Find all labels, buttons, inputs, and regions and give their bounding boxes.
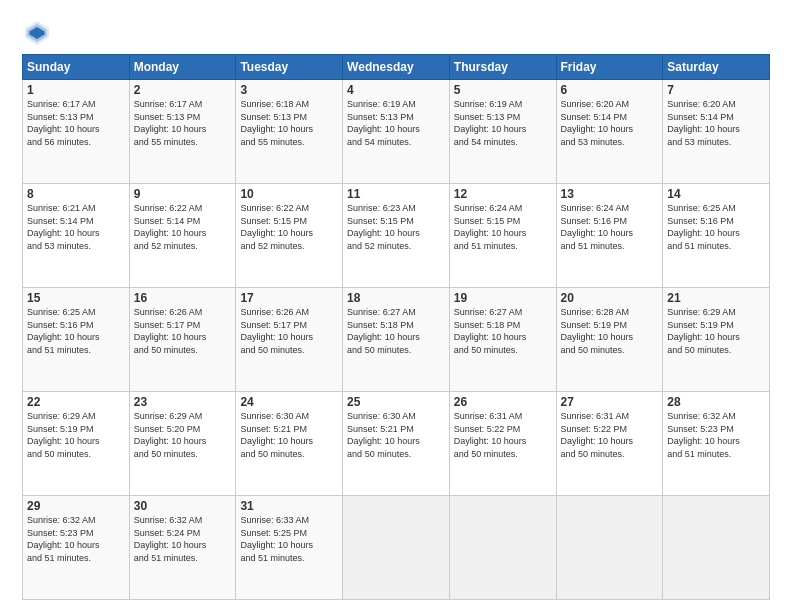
calendar-cell bbox=[449, 496, 556, 600]
calendar-cell: 25 Sunrise: 6:30 AM Sunset: 5:21 PM Dayl… bbox=[343, 392, 450, 496]
day-number: 25 bbox=[347, 395, 445, 409]
calendar-cell: 6 Sunrise: 6:20 AM Sunset: 5:14 PM Dayli… bbox=[556, 80, 663, 184]
day-content: Sunrise: 6:17 AM Sunset: 5:13 PM Dayligh… bbox=[134, 98, 232, 148]
day-content: Sunrise: 6:20 AM Sunset: 5:14 PM Dayligh… bbox=[561, 98, 659, 148]
day-number: 5 bbox=[454, 83, 552, 97]
calendar-cell: 13 Sunrise: 6:24 AM Sunset: 5:16 PM Dayl… bbox=[556, 184, 663, 288]
day-number: 13 bbox=[561, 187, 659, 201]
day-content: Sunrise: 6:22 AM Sunset: 5:15 PM Dayligh… bbox=[240, 202, 338, 252]
calendar-cell: 21 Sunrise: 6:29 AM Sunset: 5:19 PM Dayl… bbox=[663, 288, 770, 392]
day-content: Sunrise: 6:29 AM Sunset: 5:19 PM Dayligh… bbox=[667, 306, 765, 356]
day-content: Sunrise: 6:23 AM Sunset: 5:15 PM Dayligh… bbox=[347, 202, 445, 252]
day-number: 29 bbox=[27, 499, 125, 513]
day-number: 18 bbox=[347, 291, 445, 305]
weekday-header-friday: Friday bbox=[556, 55, 663, 80]
day-content: Sunrise: 6:33 AM Sunset: 5:25 PM Dayligh… bbox=[240, 514, 338, 564]
calendar-week-row: 29 Sunrise: 6:32 AM Sunset: 5:23 PM Dayl… bbox=[23, 496, 770, 600]
calendar-cell: 10 Sunrise: 6:22 AM Sunset: 5:15 PM Dayl… bbox=[236, 184, 343, 288]
day-number: 7 bbox=[667, 83, 765, 97]
calendar-cell: 26 Sunrise: 6:31 AM Sunset: 5:22 PM Dayl… bbox=[449, 392, 556, 496]
calendar-cell bbox=[663, 496, 770, 600]
day-number: 10 bbox=[240, 187, 338, 201]
day-number: 14 bbox=[667, 187, 765, 201]
calendar-cell: 3 Sunrise: 6:18 AM Sunset: 5:13 PM Dayli… bbox=[236, 80, 343, 184]
calendar-cell bbox=[556, 496, 663, 600]
day-number: 15 bbox=[27, 291, 125, 305]
day-content: Sunrise: 6:19 AM Sunset: 5:13 PM Dayligh… bbox=[347, 98, 445, 148]
day-number: 4 bbox=[347, 83, 445, 97]
day-number: 17 bbox=[240, 291, 338, 305]
day-number: 22 bbox=[27, 395, 125, 409]
calendar-cell: 30 Sunrise: 6:32 AM Sunset: 5:24 PM Dayl… bbox=[129, 496, 236, 600]
day-content: Sunrise: 6:30 AM Sunset: 5:21 PM Dayligh… bbox=[347, 410, 445, 460]
day-content: Sunrise: 6:26 AM Sunset: 5:17 PM Dayligh… bbox=[134, 306, 232, 356]
weekday-header-monday: Monday bbox=[129, 55, 236, 80]
day-content: Sunrise: 6:19 AM Sunset: 5:13 PM Dayligh… bbox=[454, 98, 552, 148]
day-content: Sunrise: 6:17 AM Sunset: 5:13 PM Dayligh… bbox=[27, 98, 125, 148]
day-number: 21 bbox=[667, 291, 765, 305]
day-number: 3 bbox=[240, 83, 338, 97]
weekday-header-thursday: Thursday bbox=[449, 55, 556, 80]
day-content: Sunrise: 6:29 AM Sunset: 5:19 PM Dayligh… bbox=[27, 410, 125, 460]
calendar-cell: 11 Sunrise: 6:23 AM Sunset: 5:15 PM Dayl… bbox=[343, 184, 450, 288]
calendar-week-row: 1 Sunrise: 6:17 AM Sunset: 5:13 PM Dayli… bbox=[23, 80, 770, 184]
day-number: 23 bbox=[134, 395, 232, 409]
calendar-cell: 2 Sunrise: 6:17 AM Sunset: 5:13 PM Dayli… bbox=[129, 80, 236, 184]
weekday-header-wednesday: Wednesday bbox=[343, 55, 450, 80]
page: SundayMondayTuesdayWednesdayThursdayFrid… bbox=[0, 0, 792, 612]
day-number: 26 bbox=[454, 395, 552, 409]
calendar-cell: 24 Sunrise: 6:30 AM Sunset: 5:21 PM Dayl… bbox=[236, 392, 343, 496]
header bbox=[22, 18, 770, 48]
calendar-cell: 15 Sunrise: 6:25 AM Sunset: 5:16 PM Dayl… bbox=[23, 288, 130, 392]
day-content: Sunrise: 6:28 AM Sunset: 5:19 PM Dayligh… bbox=[561, 306, 659, 356]
calendar-cell: 9 Sunrise: 6:22 AM Sunset: 5:14 PM Dayli… bbox=[129, 184, 236, 288]
day-content: Sunrise: 6:32 AM Sunset: 5:23 PM Dayligh… bbox=[667, 410, 765, 460]
day-number: 24 bbox=[240, 395, 338, 409]
weekday-header-row: SundayMondayTuesdayWednesdayThursdayFrid… bbox=[23, 55, 770, 80]
calendar-cell: 20 Sunrise: 6:28 AM Sunset: 5:19 PM Dayl… bbox=[556, 288, 663, 392]
day-content: Sunrise: 6:26 AM Sunset: 5:17 PM Dayligh… bbox=[240, 306, 338, 356]
calendar-cell: 28 Sunrise: 6:32 AM Sunset: 5:23 PM Dayl… bbox=[663, 392, 770, 496]
calendar-cell bbox=[343, 496, 450, 600]
day-content: Sunrise: 6:27 AM Sunset: 5:18 PM Dayligh… bbox=[454, 306, 552, 356]
logo-icon bbox=[22, 18, 52, 48]
day-number: 9 bbox=[134, 187, 232, 201]
calendar-cell: 16 Sunrise: 6:26 AM Sunset: 5:17 PM Dayl… bbox=[129, 288, 236, 392]
day-content: Sunrise: 6:22 AM Sunset: 5:14 PM Dayligh… bbox=[134, 202, 232, 252]
calendar-cell: 17 Sunrise: 6:26 AM Sunset: 5:17 PM Dayl… bbox=[236, 288, 343, 392]
day-content: Sunrise: 6:32 AM Sunset: 5:24 PM Dayligh… bbox=[134, 514, 232, 564]
calendar-cell: 5 Sunrise: 6:19 AM Sunset: 5:13 PM Dayli… bbox=[449, 80, 556, 184]
calendar-cell: 29 Sunrise: 6:32 AM Sunset: 5:23 PM Dayl… bbox=[23, 496, 130, 600]
day-number: 1 bbox=[27, 83, 125, 97]
calendar-cell: 27 Sunrise: 6:31 AM Sunset: 5:22 PM Dayl… bbox=[556, 392, 663, 496]
day-content: Sunrise: 6:30 AM Sunset: 5:21 PM Dayligh… bbox=[240, 410, 338, 460]
day-content: Sunrise: 6:21 AM Sunset: 5:14 PM Dayligh… bbox=[27, 202, 125, 252]
calendar-table: SundayMondayTuesdayWednesdayThursdayFrid… bbox=[22, 54, 770, 600]
day-number: 20 bbox=[561, 291, 659, 305]
calendar-cell: 23 Sunrise: 6:29 AM Sunset: 5:20 PM Dayl… bbox=[129, 392, 236, 496]
calendar-cell: 1 Sunrise: 6:17 AM Sunset: 5:13 PM Dayli… bbox=[23, 80, 130, 184]
calendar-cell: 4 Sunrise: 6:19 AM Sunset: 5:13 PM Dayli… bbox=[343, 80, 450, 184]
day-content: Sunrise: 6:27 AM Sunset: 5:18 PM Dayligh… bbox=[347, 306, 445, 356]
calendar-cell: 31 Sunrise: 6:33 AM Sunset: 5:25 PM Dayl… bbox=[236, 496, 343, 600]
weekday-header-tuesday: Tuesday bbox=[236, 55, 343, 80]
day-number: 6 bbox=[561, 83, 659, 97]
day-content: Sunrise: 6:25 AM Sunset: 5:16 PM Dayligh… bbox=[27, 306, 125, 356]
day-number: 12 bbox=[454, 187, 552, 201]
day-content: Sunrise: 6:31 AM Sunset: 5:22 PM Dayligh… bbox=[561, 410, 659, 460]
logo bbox=[22, 18, 56, 48]
weekday-header-sunday: Sunday bbox=[23, 55, 130, 80]
day-number: 8 bbox=[27, 187, 125, 201]
calendar-cell: 8 Sunrise: 6:21 AM Sunset: 5:14 PM Dayli… bbox=[23, 184, 130, 288]
day-content: Sunrise: 6:24 AM Sunset: 5:15 PM Dayligh… bbox=[454, 202, 552, 252]
day-number: 2 bbox=[134, 83, 232, 97]
day-number: 28 bbox=[667, 395, 765, 409]
calendar-cell: 19 Sunrise: 6:27 AM Sunset: 5:18 PM Dayl… bbox=[449, 288, 556, 392]
day-number: 31 bbox=[240, 499, 338, 513]
day-content: Sunrise: 6:20 AM Sunset: 5:14 PM Dayligh… bbox=[667, 98, 765, 148]
day-number: 30 bbox=[134, 499, 232, 513]
day-number: 11 bbox=[347, 187, 445, 201]
day-content: Sunrise: 6:24 AM Sunset: 5:16 PM Dayligh… bbox=[561, 202, 659, 252]
day-content: Sunrise: 6:18 AM Sunset: 5:13 PM Dayligh… bbox=[240, 98, 338, 148]
calendar-cell: 14 Sunrise: 6:25 AM Sunset: 5:16 PM Dayl… bbox=[663, 184, 770, 288]
